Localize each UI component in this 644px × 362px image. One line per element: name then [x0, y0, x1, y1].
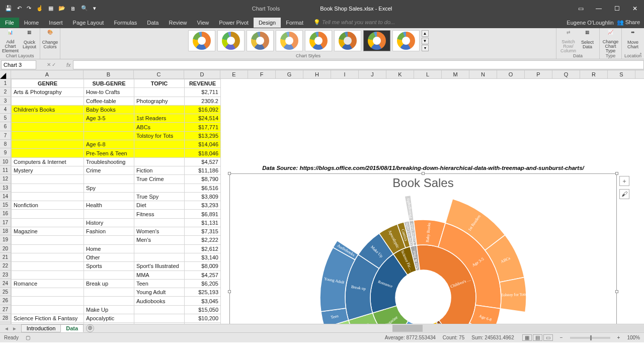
column-header-B[interactable]: B: [84, 70, 134, 78]
row-header-3[interactable]: 3: [0, 97, 11, 105]
tab-formulas[interactable]: Formulas: [109, 18, 142, 28]
cell-B27[interactable]: Make Up: [84, 305, 134, 314]
cell-B10[interactable]: Troubleshooting: [84, 157, 134, 166]
cell-D20[interactable]: $2,612: [185, 244, 221, 253]
resize-handle[interactable]: [228, 290, 231, 293]
cell-C7[interactable]: Tolstoy for Tots: [134, 131, 185, 140]
column-headers[interactable]: ABCDEFGHIJKLMNOPQRS: [11, 70, 644, 79]
zoom-slider[interactable]: [570, 337, 610, 339]
sunburst-chart[interactable]: Arts & Phot…How-to CraftsCoffee-tablePho…: [315, 192, 531, 332]
zoom-level[interactable]: 100%: [627, 335, 640, 340]
cell-A2[interactable]: Arts & Photography: [12, 88, 84, 97]
row-header-16[interactable]: 16: [0, 209, 11, 218]
new-sheet-icon[interactable]: ⊕: [86, 324, 94, 332]
cells-table[interactable]: GENRESUB-GENRETOPICREVENUEArts & Photogr…: [11, 79, 221, 332]
cell-A18[interactable]: Magazine: [12, 227, 84, 236]
cell-B7[interactable]: [84, 131, 134, 140]
chart-style-7[interactable]: [363, 30, 390, 51]
cell-D26[interactable]: $3,045: [185, 297, 221, 305]
cell-B28[interactable]: Apocalyptic: [84, 314, 134, 323]
column-header-A[interactable]: A: [11, 70, 84, 78]
ribbon-options-icon[interactable]: ▭: [572, 0, 590, 17]
column-header-K[interactable]: K: [386, 70, 414, 78]
cell-C13[interactable]: [134, 184, 185, 192]
chart-style-1[interactable]: [188, 30, 215, 51]
resize-handle[interactable]: [228, 172, 231, 175]
chart-title[interactable]: Book Sales: [230, 174, 616, 192]
cell-B9[interactable]: Pre-Teen & Teen: [84, 149, 134, 157]
maximize-icon[interactable]: ☐: [608, 0, 626, 17]
change-chart-type-button[interactable]: 📈Change Chart Type: [602, 29, 620, 53]
cell-B2[interactable]: How-to Crafts: [84, 88, 134, 97]
cell-A24[interactable]: Romance: [12, 279, 84, 288]
sheet-tab-introduction[interactable]: Introduction: [21, 324, 61, 332]
cell-B15[interactable]: Health: [84, 201, 134, 210]
chart-object[interactable]: ＋ 🖌 Book Sales Arts & Phot…How-to Crafts…: [229, 173, 617, 332]
cell-C12[interactable]: True Crime: [134, 175, 185, 184]
row-header-28[interactable]: 28: [0, 314, 11, 322]
column-header-R[interactable]: R: [580, 70, 608, 78]
tab-scroll-next-icon[interactable]: ►: [12, 326, 17, 331]
cell-D16[interactable]: $6,891: [185, 210, 221, 218]
collapse-ribbon-icon[interactable]: ˄: [639, 52, 642, 58]
quick-layout-button[interactable]: ▦Quick Layout: [21, 29, 39, 53]
cell-B5[interactable]: Age 3-5: [84, 114, 134, 123]
chart-elements-icon[interactable]: ＋: [619, 176, 629, 186]
zoom-out-icon[interactable]: −: [560, 335, 563, 340]
cell-D19[interactable]: $2,222: [185, 236, 221, 244]
cell-D11[interactable]: $11,186: [185, 166, 221, 174]
chart-style-2[interactable]: [217, 30, 245, 51]
cell-C8[interactable]: [134, 140, 185, 149]
tab-file[interactable]: File: [0, 18, 19, 28]
row-header-4[interactable]: 4: [0, 105, 11, 114]
column-header-F[interactable]: F: [248, 70, 276, 78]
cell-B11[interactable]: Crime: [84, 166, 134, 174]
row-header-26[interactable]: 26: [0, 296, 11, 305]
add-chart-element-button[interactable]: 📊Add Chart Element: [2, 29, 20, 53]
cell-A23[interactable]: [12, 270, 84, 279]
row-header-10[interactable]: 10: [0, 157, 11, 166]
preview-icon[interactable]: 🔍: [81, 5, 88, 12]
select-data-button[interactable]: ▦Select Data: [579, 29, 597, 53]
fx-icon[interactable]: fx: [66, 62, 71, 68]
cell-C26[interactable]: Audiobooks: [134, 297, 185, 305]
tab-power-pivot[interactable]: Power Pivot: [214, 18, 254, 28]
column-header-N[interactable]: N: [469, 70, 497, 78]
row-header-25[interactable]: 25: [0, 288, 11, 296]
minimize-icon[interactable]: —: [590, 0, 608, 17]
cell-A22[interactable]: [12, 262, 84, 270]
cell-B14[interactable]: [84, 192, 134, 201]
user-name[interactable]: Eugene O'Loughlin: [567, 20, 613, 26]
cell-C22[interactable]: Sport's Illustrated: [134, 262, 185, 270]
row-header-20[interactable]: 20: [0, 244, 11, 253]
cell-A27[interactable]: [12, 305, 84, 314]
cell-C18[interactable]: Women's: [134, 227, 185, 236]
row-header-11[interactable]: 11: [0, 166, 11, 174]
cell-C5[interactable]: 1st Readers: [134, 114, 185, 123]
cell-C6[interactable]: ABCs: [134, 123, 185, 131]
cell-D18[interactable]: $7,315: [185, 227, 221, 236]
cell-A21[interactable]: [12, 253, 84, 261]
chart-style-4[interactable]: [276, 30, 303, 51]
cell-A8[interactable]: [12, 140, 84, 149]
cell-B25[interactable]: [84, 288, 134, 297]
change-colors-button[interactable]: 🎨Change Colors: [41, 29, 59, 53]
cell-C19[interactable]: Men's: [134, 236, 185, 244]
row-header-12[interactable]: 12: [0, 174, 11, 183]
row-header-6[interactable]: 6: [0, 122, 11, 131]
open-icon[interactable]: 📂: [58, 5, 65, 12]
cell-A28[interactable]: Science Fiction & Fantasy: [12, 314, 84, 323]
cell-D21[interactable]: $3,140: [185, 253, 221, 261]
row-header-19[interactable]: 19: [0, 235, 11, 244]
cell-B13[interactable]: Spy: [84, 184, 134, 192]
cell-C21[interactable]: [134, 253, 185, 261]
tab-page-layout[interactable]: Page Layout: [68, 18, 109, 28]
row-header-27[interactable]: 27: [0, 305, 11, 314]
cell-A4[interactable]: Children's Books: [12, 105, 84, 114]
column-header-I[interactable]: I: [331, 70, 359, 78]
cell-C2[interactable]: [134, 88, 185, 97]
cell-A26[interactable]: [12, 297, 84, 305]
tell-me-search[interactable]: Tell me what you want to do...: [313, 19, 395, 26]
tab-design[interactable]: Design: [254, 18, 281, 28]
cell-B8[interactable]: Age 6-8: [84, 140, 134, 149]
